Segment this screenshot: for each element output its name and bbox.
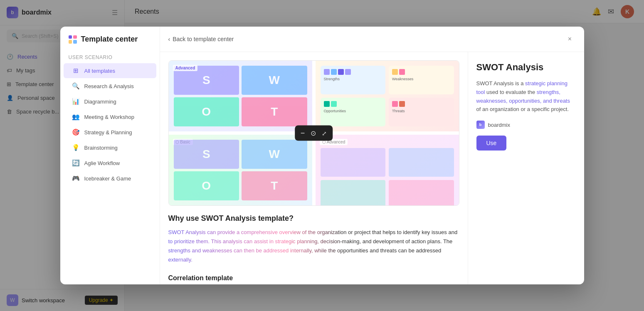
modal-body: S W O T Advanced [160, 52, 584, 284]
strategy-icon: 🎯 [72, 128, 80, 136]
zoom-reset-button[interactable]: ⊙ [311, 129, 316, 137]
meeting-icon: 👥 [72, 113, 80, 121]
preview-bottom-right: ⬡ Advanced [316, 135, 459, 205]
all-templates-icon: ⊞ [72, 67, 80, 74]
back-button[interactable]: ‹ Back to template center [168, 36, 234, 42]
nav-label: Aglie Workflow [84, 160, 120, 166]
nav-label: Meeting & Workshop [84, 114, 134, 120]
zoom-controls: − ⊙ ⤢ [295, 126, 333, 141]
preview-bottom-left: ⬡ Basic S W O T [169, 135, 312, 205]
nav-label: Diagramming [84, 99, 116, 105]
icebreaker-icon: 🎮 [72, 175, 80, 182]
modal-nav-agile[interactable]: 🔄 Aglie Workflow [64, 156, 156, 170]
template-modal: Template center User scenario ⊞ All temp… [60, 27, 584, 284]
nav-label: All templates [84, 68, 115, 74]
swot-o-cell: O [174, 97, 239, 126]
nav-label: Icebreaker & Game [84, 175, 131, 182]
modal-sidebar: Template center User scenario ⊞ All temp… [60, 27, 160, 284]
brainstorming-icon: 💡 [72, 144, 80, 151]
swot-t-cell: T [242, 97, 307, 126]
research-icon: 🔍 [72, 82, 80, 90]
template-info-panel: SWOT Analysis SWOT Analysis is a strateg… [468, 52, 584, 284]
modal-nav-all-templates[interactable]: ⊞ All templates [64, 63, 156, 78]
modal-nav-meeting[interactable]: 👥 Meeting & Workshop [64, 109, 156, 124]
boardmix-logo-small: b [476, 121, 485, 129]
swot-w-cell: W [242, 66, 307, 95]
template-description: SWOT Analysis is a strategic planning to… [476, 79, 576, 114]
back-chevron-icon: ‹ [168, 36, 170, 42]
author-tag: b boardmix [476, 121, 576, 129]
template-title: SWOT Analysis [476, 62, 576, 73]
related-title: Correlation template [168, 274, 459, 282]
author-name: boardmix [488, 122, 510, 128]
template-preview-area: S W O T Advanced [160, 52, 468, 284]
modal-nav-strategy[interactable]: 🎯 Strategy & Planning [64, 125, 156, 140]
modal-main: ‹ Back to template center × S W O T [160, 27, 584, 284]
modal-header: ‹ Back to template center × [160, 27, 584, 52]
why-section: Why use SWOT Analysis template? SWOT Ana… [168, 214, 459, 264]
related-section: Correlation template [168, 274, 459, 284]
section-label: User scenario [60, 50, 160, 63]
modal-nav-icebreaker[interactable]: 🎮 Icebreaker & Game [64, 171, 156, 186]
use-template-button[interactable]: Use [476, 136, 507, 151]
zoom-fullscreen-button[interactable]: ⤢ [322, 130, 327, 136]
modal-nav-brainstorming[interactable]: 💡 Brainstorming [64, 140, 156, 155]
nav-label: Research & Analysis [84, 83, 134, 89]
diagramming-icon: 📊 [72, 98, 80, 105]
why-section-text: SWOT Analysis can provide a comprehensiv… [168, 228, 459, 264]
zoom-out-button[interactable]: − [301, 129, 305, 138]
preview-top-right: Strengths Weaknesses Opportunities [316, 61, 459, 131]
desc-part-1: SWOT Analysis is a [476, 80, 526, 86]
template-preview-grid: S W O T Advanced [168, 60, 459, 206]
close-button[interactable]: × [564, 33, 576, 45]
template-center-icon [69, 35, 77, 44]
why-section-title: Why use SWOT Analysis template? [168, 214, 459, 223]
modal-nav-research[interactable]: 🔍 Research & Analysis [64, 79, 156, 94]
nav-label: Brainstorming [84, 145, 118, 151]
back-label: Back to template center [173, 36, 234, 42]
modal-title: Template center [60, 35, 160, 50]
modal-nav-diagramming[interactable]: 📊 Diagramming [64, 94, 156, 109]
desc-part-2: used to evaluate the [485, 89, 536, 95]
desc-part-3: of an organization or a specific project… [476, 106, 569, 112]
preview-top-left: S W O T Advanced [169, 61, 312, 131]
nav-label: Strategy & Planning [84, 129, 132, 136]
agile-icon: 🔄 [72, 159, 80, 167]
